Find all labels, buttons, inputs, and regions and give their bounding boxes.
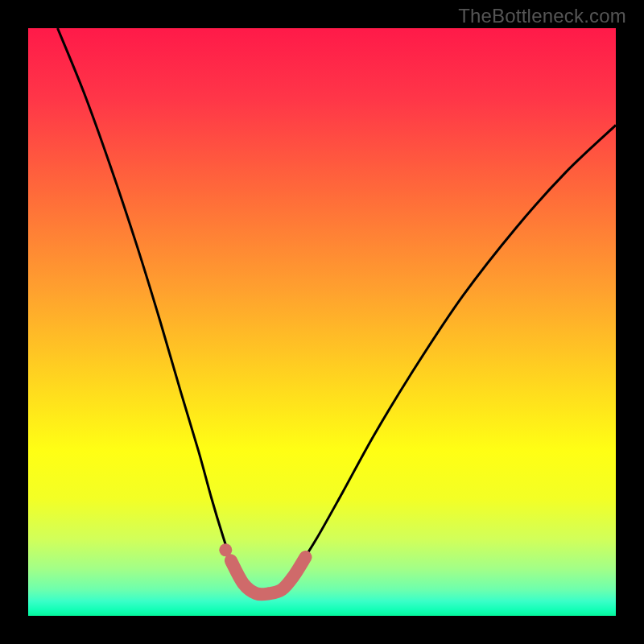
curve-right-branch [281,125,616,593]
curve-highlight [231,557,306,594]
attribution-text: TheBottleneck.com [458,5,626,27]
curve-left-branch [58,28,250,593]
chart-frame [28,28,616,616]
highlight-dot-icon [219,543,232,556]
chart-curves [28,28,616,616]
